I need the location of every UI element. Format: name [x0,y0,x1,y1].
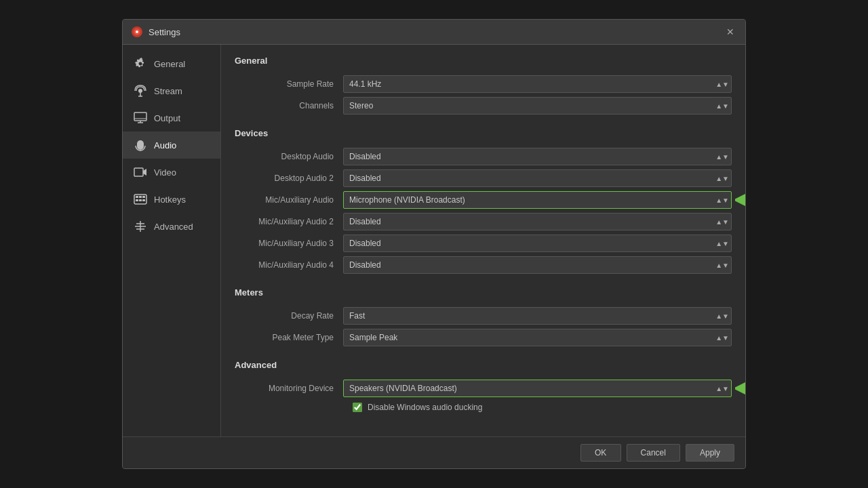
sidebar-item-video[interactable]: Video [123,159,220,186]
mic-aux-row: Mic/Auxiliary Audio Microphone (NVIDIA B… [235,191,732,209]
cancel-button[interactable]: Cancel [627,444,680,462]
peak-meter-label: Peak Meter Type [235,333,343,342]
desktop-audio-select[interactable]: Disabled [343,148,732,165]
mic-aux-select[interactable]: Microphone (NVIDIA Broadcast) [343,191,732,209]
main-content: General Sample Rate 44.1 kHz 48 kHz ▲▼ C… [221,45,745,436]
mic-aux4-wrapper: Disabled ▲▼ [343,256,732,274]
sidebar-label-hotkeys: Hotkeys [154,195,186,205]
sample-rate-select-wrapper: 44.1 kHz 48 kHz ▲▼ [343,75,732,93]
channels-select-wrapper: Stereo Mono ▲▼ [343,97,732,115]
audio-ducking-row: Disable Windows audio ducking [353,403,732,412]
sidebar-item-stream[interactable]: Stream [123,77,220,104]
peak-meter-row: Peak Meter Type Sample Peak True Peak ▲▼ [235,329,732,346]
peak-meter-wrapper: Sample Peak True Peak ▲▼ [343,329,732,346]
monitoring-device-select[interactable]: Speakers (NVIDIA Broadcast) [343,380,732,397]
sidebar-label-audio: Audio [154,140,176,150]
stream-icon [134,84,147,98]
channels-select[interactable]: Stereo Mono [343,97,732,115]
mic-aux4-label: Mic/Auxiliary Audio 4 [235,260,343,270]
monitoring-device-label: Monitoring Device [235,384,343,393]
monitoring-device-wrapper: Speakers (NVIDIA Broadcast) ▲▼ [343,380,732,397]
mic-aux-wrapper: Microphone (NVIDIA Broadcast) ▲▼ [343,191,732,209]
video-icon [134,165,147,179]
audio-icon [134,138,147,152]
audio-ducking-label: Disable Windows audio ducking [368,403,482,412]
titlebar-left: Settings [131,26,180,38]
sidebar: General Stream [123,45,221,436]
channels-label: Channels [235,101,343,110]
general-icon [134,57,147,70]
mic-aux4-row: Mic/Auxiliary Audio 4 Disabled ▲▼ [235,256,732,274]
svg-rect-18 [139,199,142,201]
advanced-section: Advanced Monitoring Device Speakers (NVI… [235,360,732,412]
sidebar-item-general[interactable]: General [123,50,220,77]
sidebar-item-hotkeys[interactable]: Hotkeys [123,186,220,213]
desktop-audio-row: Desktop Audio Disabled ▲▼ [235,148,732,165]
sidebar-label-output: Output [154,113,180,123]
sidebar-label-video: Video [154,167,176,178]
arrow-indicator-2 [735,382,745,395]
settings-dialog: Settings ✕ General [122,19,746,469]
monitoring-device-row: Monitoring Device Speakers (NVIDIA Broad… [235,380,732,397]
dialog-footer: OK Cancel Apply [123,436,745,468]
sidebar-item-audio[interactable]: Audio [123,131,220,159]
svg-rect-14 [136,196,138,198]
svg-rect-6 [134,113,146,121]
sidebar-item-advanced[interactable]: Advanced [123,213,220,240]
sample-rate-select[interactable]: 44.1 kHz 48 kHz [343,75,732,93]
meters-section-title: Meters [235,287,732,300]
advanced-section-title: Advanced [235,360,732,373]
apply-button[interactable]: Apply [686,444,734,462]
svg-rect-11 [134,168,143,176]
mic-aux2-wrapper: Disabled ▲▼ [343,213,732,230]
mic-aux2-select[interactable]: Disabled [343,213,732,230]
svg-point-2 [136,30,138,33]
mic-aux3-row: Mic/Auxiliary Audio 3 Disabled ▲▼ [235,235,732,252]
svg-rect-16 [142,196,145,198]
close-button[interactable]: ✕ [724,25,737,39]
desktop-audio2-label: Desktop Audio 2 [235,174,343,183]
devices-section: Devices Desktop Audio Disabled ▲▼ Deskto… [235,128,732,274]
peak-meter-select[interactable]: Sample Peak True Peak [343,329,732,346]
decay-rate-wrapper: Fast Medium Slow ▲▼ [343,307,732,325]
mic-aux4-select[interactable]: Disabled [343,256,732,274]
sidebar-label-advanced: Advanced [154,222,193,232]
decay-rate-row: Decay Rate Fast Medium Slow ▲▼ [235,307,732,325]
sidebar-label-general: General [154,59,185,69]
svg-rect-15 [139,196,142,198]
desktop-audio2-wrapper: Disabled ▲▼ [343,169,732,187]
decay-rate-label: Decay Rate [235,311,343,321]
sample-rate-label: Sample Rate [235,79,343,89]
advanced-icon [134,220,147,233]
output-icon [134,111,147,125]
meters-section: Meters Decay Rate Fast Medium Slow ▲▼ Pe… [235,287,732,346]
arrow-indicator-1 [735,193,745,207]
sample-rate-row: Sample Rate 44.1 kHz 48 kHz ▲▼ [235,75,732,93]
ok-button[interactable]: OK [580,444,621,462]
channels-row: Channels Stereo Mono ▲▼ [235,97,732,115]
sidebar-item-output[interactable]: Output [123,104,220,131]
app-icon [131,26,143,38]
svg-rect-19 [142,199,145,201]
svg-point-3 [138,89,142,93]
decay-rate-select[interactable]: Fast Medium Slow [343,307,732,325]
desktop-audio2-row: Desktop Audio 2 Disabled ▲▼ [235,169,732,187]
devices-section-title: Devices [235,128,732,141]
mic-aux-label: Mic/Auxiliary Audio [235,195,343,205]
desktop-audio-label: Desktop Audio [235,152,343,161]
titlebar: Settings ✕ [123,20,745,45]
desktop-audio2-select[interactable]: Disabled [343,169,732,187]
svg-rect-17 [136,199,138,201]
hotkeys-icon [134,192,147,206]
audio-ducking-checkbox[interactable] [353,403,362,412]
desktop-audio-wrapper: Disabled ▲▼ [343,148,732,165]
dialog-body: General Stream [123,45,745,436]
dialog-title: Settings [149,27,180,37]
mic-aux2-label: Mic/Auxiliary Audio 2 [235,217,343,226]
mic-aux3-select[interactable]: Disabled [343,235,732,252]
mic-aux3-wrapper: Disabled ▲▼ [343,235,732,252]
general-section-title: General [235,56,732,68]
mic-aux3-label: Mic/Auxiliary Audio 3 [235,239,343,248]
mic-aux2-row: Mic/Auxiliary Audio 2 Disabled ▲▼ [235,213,732,230]
sidebar-label-stream: Stream [154,86,182,96]
